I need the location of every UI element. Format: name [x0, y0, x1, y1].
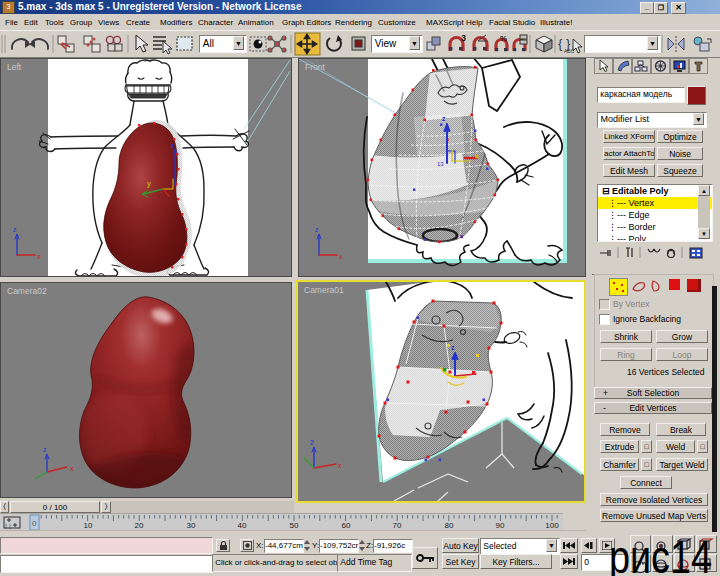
svg-text:z: z	[442, 115, 446, 122]
svg-text:13: 13	[437, 161, 444, 167]
svg-text:2: 2	[310, 439, 314, 446]
svg-text:30: 30	[187, 521, 196, 530]
svg-text:рис14: рис14	[609, 531, 712, 576]
svg-text:60: 60	[342, 521, 351, 530]
svg-text:%: %	[500, 34, 507, 43]
svg-text:x: x	[37, 253, 41, 260]
svg-text:20: 20	[135, 521, 144, 530]
svg-text:3: 3	[461, 33, 466, 43]
svg-text:z: z	[43, 446, 47, 453]
svg-text:70: 70	[393, 521, 402, 530]
svg-text:z: z	[451, 344, 455, 351]
svg-text:y: y	[147, 180, 151, 188]
svg-text:ABC: ABC	[564, 48, 575, 54]
svg-text:x: x	[70, 465, 74, 472]
svg-text:100: 100	[545, 521, 559, 530]
svg-text:x: x	[338, 462, 342, 469]
svg-text:0: 0	[32, 519, 37, 528]
svg-text:40: 40	[238, 521, 247, 530]
svg-text:z: z	[315, 226, 319, 233]
svg-text:z: z	[13, 226, 17, 233]
svg-text:90: 90	[496, 521, 505, 530]
svg-text:x: x	[339, 253, 343, 260]
svg-text:z: z	[171, 142, 175, 149]
svg-text:10: 10	[84, 521, 93, 530]
svg-text:50: 50	[290, 521, 299, 530]
svg-text:80: 80	[445, 521, 454, 530]
